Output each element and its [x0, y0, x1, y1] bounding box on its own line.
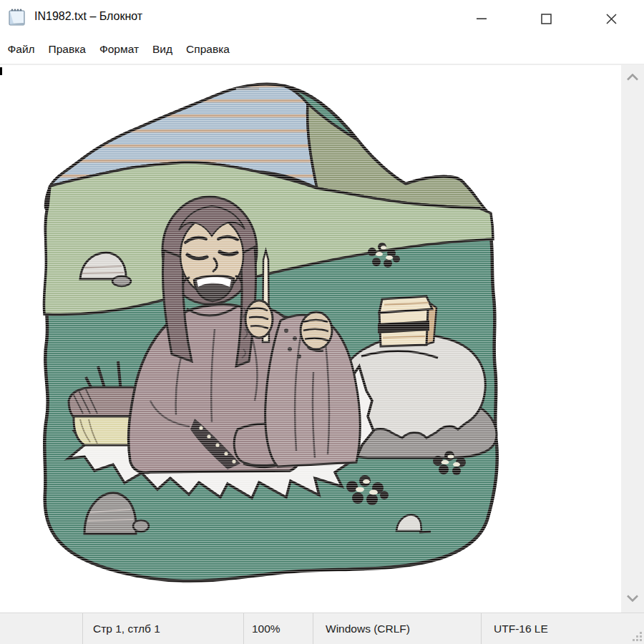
status-divider	[243, 613, 244, 644]
status-zoom-level: 100%	[252, 613, 280, 644]
notepad-icon	[6, 6, 28, 28]
scrollbar-down-icon[interactable]	[626, 595, 639, 602]
minimize-button[interactable]	[471, 8, 492, 29]
menu-edit[interactable]: Правка	[42, 34, 92, 64]
window-title: IN1982.txt – Блокнот	[34, 10, 142, 23]
text-edit-area[interactable]	[0, 65, 621, 613]
status-divider	[481, 613, 482, 644]
maximize-button[interactable]	[535, 8, 557, 29]
notepad-window: IN1982.txt – Блокнот Файл Правка Формат …	[0, 0, 644, 644]
menu-view[interactable]: Вид	[146, 34, 180, 64]
vertical-scrollbar[interactable]	[621, 65, 644, 613]
status-divider	[82, 613, 83, 644]
menu-help[interactable]: Справка	[180, 34, 237, 64]
menu-bar: Файл Правка Формат Вид Справка	[0, 34, 644, 64]
close-button[interactable]	[600, 8, 622, 29]
menu-format[interactable]: Формат	[92, 34, 145, 64]
title-bar: IN1982.txt – Блокнот	[0, 0, 644, 34]
status-divider	[313, 613, 313, 644]
menu-file[interactable]: Файл	[1, 34, 42, 64]
status-cursor-position: Стр 1, стлб 1	[93, 613, 160, 644]
resize-grip-icon[interactable]	[633, 632, 642, 641]
status-bar: Стр 1, стлб 1 100% Windows (CRLF) UTF-16…	[0, 613, 644, 644]
status-line-ending: Windows (CRLF)	[326, 613, 410, 644]
status-encoding: UTF-16 LE	[494, 613, 548, 644]
scanline-overlay	[37, 72, 504, 588]
scanline-illustration	[0, 65, 621, 613]
scrollbar-up-icon[interactable]	[626, 74, 639, 81]
